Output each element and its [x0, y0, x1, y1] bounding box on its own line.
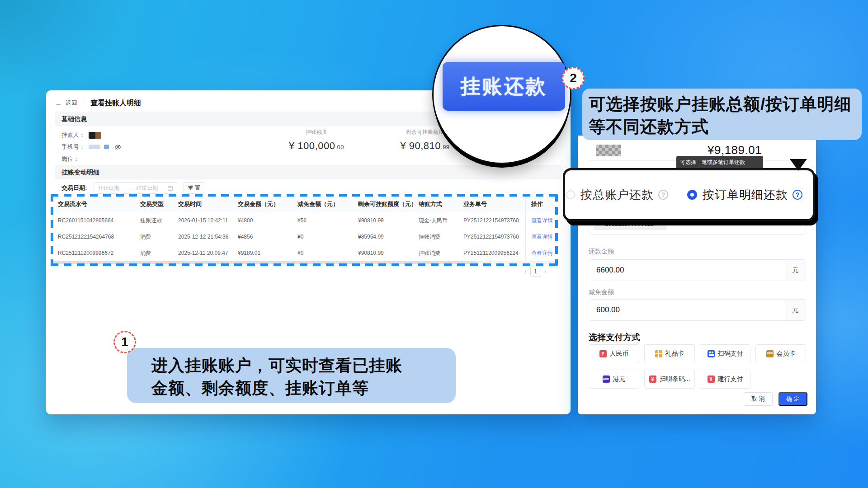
- start-date-placeholder[interactable]: 开始日期: [98, 184, 126, 192]
- step-2-badge: 2: [562, 67, 585, 89]
- cell-settle-method: 挂账消费: [419, 249, 463, 257]
- callout-2-line2: 等不同还款方式: [589, 116, 862, 138]
- credit-quota: 挂账额度 ¥ 100,000.00: [276, 128, 357, 152]
- date-filter: 交易日期: 开始日期 → 结束日期 重 置: [61, 182, 204, 194]
- col-header: 减免金额（元）: [297, 200, 358, 208]
- yuan-red-icon: ¥: [708, 375, 715, 383]
- yuan-red-icon: ¥: [649, 375, 656, 383]
- yuan-red-icon: ¥: [599, 350, 607, 357]
- table-row: RC2512122154264768 消费 2025-12-12 21:54:3…: [52, 229, 557, 245]
- cell-txn-type: 消费: [140, 233, 178, 241]
- payment-barcode-button[interactable]: ¥ 扫呗条码...: [644, 370, 695, 389]
- payment-ccb-button[interactable]: ¥ 建行支付: [700, 370, 750, 389]
- annotation-triangle-icon: [790, 159, 807, 171]
- radio-selected-icon[interactable]: [687, 190, 697, 200]
- cell-amount: ¥4856: [238, 234, 297, 240]
- cell-settle-method: 挂账消费: [419, 233, 463, 241]
- payment-membercard-button[interactable]: 会员卡: [755, 344, 806, 363]
- cell-txn-time: 2025-12-12 21:54:36: [178, 234, 238, 240]
- cell-txn-id: RC2512122154264768: [58, 234, 140, 240]
- table-header-row: 交易流水号 交易类型 交易时间 交易金额（元） 减免金额（元） 剩余可挂账额度（…: [52, 196, 557, 212]
- section-change-detail: 挂账变动明细: [55, 165, 561, 179]
- cell-txn-time: 2026-01-15 10:42:11: [178, 217, 238, 224]
- tag-close-icon[interactable]: ×: [660, 221, 663, 227]
- repay-amount-label: 还款金额: [589, 248, 614, 256]
- scrollbar-thumb[interactable]: [52, 261, 477, 264]
- cell-remaining: ¥85954.99: [358, 234, 419, 240]
- payment-row-2: HKD 港元 ¥ 扫呗条码... ¥ 建行支付: [589, 370, 750, 389]
- repay-amount-value[interactable]: 6600.00: [589, 266, 785, 275]
- credit-quota-value: ¥ 100,000.00: [276, 140, 357, 152]
- breadcrumb: ← 返回 查看挂账人明细: [55, 97, 141, 109]
- repay-amount-input[interactable]: 6600.00 元: [589, 259, 806, 281]
- cell-amount: ¥9189.01: [238, 250, 297, 256]
- cell-txn-type: 挂账还款: [140, 217, 178, 225]
- discount-amount-label: 减免金额: [589, 288, 614, 296]
- redacted-debtor-name: [89, 132, 101, 139]
- payment-method-title: 选择支付方式: [589, 332, 640, 343]
- col-header: 交易时间: [178, 200, 238, 208]
- view-detail-link[interactable]: 查看详情: [525, 212, 557, 229]
- divider: [84, 100, 84, 106]
- eye-off-icon[interactable]: [114, 144, 121, 150]
- discount-amount-input[interactable]: 600.00 元: [589, 299, 806, 321]
- repay-mode-detail[interactable]: 按订单明细还款 ?: [687, 187, 802, 203]
- debtor-field: 挂账人：: [61, 131, 101, 139]
- pagination: ‹ 1 ›: [524, 267, 547, 277]
- repay-mode-total-label[interactable]: 按总账户还款: [580, 187, 654, 203]
- payment-row-1: ¥ 人民币 礼品卡 扫码支付 会员卡: [589, 344, 806, 363]
- magnifier-circle: 挂账还款: [432, 25, 571, 164]
- back-arrow-icon[interactable]: ←: [55, 99, 62, 107]
- gift-orange-icon: [655, 350, 662, 357]
- range-arrow-icon: →: [128, 185, 133, 191]
- page-number[interactable]: 1: [530, 267, 541, 277]
- cell-discount: ¥0: [297, 234, 358, 240]
- discount-amount-value[interactable]: 600.00: [589, 305, 785, 314]
- end-date-placeholder[interactable]: 结束日期: [136, 184, 164, 192]
- cell-remaining: ¥90810.99: [358, 217, 419, 224]
- order-amount: ¥9,189.01: [708, 143, 762, 157]
- qr-blue-icon: [708, 350, 715, 357]
- view-detail-link[interactable]: 查看详情: [525, 229, 557, 245]
- cell-txn-time: 2025-12-11 20:09:47: [178, 250, 238, 256]
- position-field: 岗位：: [61, 155, 79, 163]
- card-gold-icon: [766, 350, 774, 357]
- help-icon[interactable]: ?: [793, 190, 802, 200]
- callout-2-line1: 可选择按账户挂账总额/按订单明细: [589, 93, 862, 116]
- redacted-phone-2: [104, 145, 109, 149]
- payment-rmb-button[interactable]: ¥ 人民币: [589, 344, 639, 363]
- calendar-icon[interactable]: [167, 185, 173, 191]
- repay-mode-detail-label[interactable]: 按订单明细还款: [703, 187, 788, 203]
- unit-suffix: 元: [785, 300, 806, 320]
- col-header: 剩余可挂账额度（元）: [358, 200, 419, 208]
- horizontal-scrollbar[interactable]: [52, 261, 557, 264]
- callout-1-line1: 进入挂账账户，可实时查看已挂账: [151, 354, 456, 377]
- redacted-phone: [89, 145, 100, 149]
- prev-page-icon[interactable]: ‹: [524, 268, 527, 275]
- help-icon[interactable]: ?: [658, 190, 668, 200]
- payment-giftcard-button[interactable]: 礼品卡: [644, 344, 695, 363]
- cancel-button[interactable]: 取 消: [744, 392, 773, 406]
- table-row: RC2512112009996672 消费 2025-12-11 20:09:4…: [52, 245, 557, 261]
- next-page-icon[interactable]: ›: [545, 268, 547, 275]
- back-link[interactable]: 返回: [66, 99, 77, 107]
- col-header: 交易类型: [140, 200, 178, 208]
- payment-scan-button[interactable]: 扫码支付: [700, 344, 750, 363]
- cell-biz-no: PY2512122154973760: [463, 234, 525, 240]
- payment-hkd-button[interactable]: HKD 港元: [589, 370, 639, 389]
- table-row: RC2601151042865664 挂账还款 2026-01-15 10:42…: [52, 212, 557, 229]
- cell-settle-method: 现金-人民币: [419, 217, 463, 225]
- reset-button[interactable]: 重 置: [184, 182, 204, 194]
- callout-2: 可选择按账户挂账总额/按订单明细 等不同还款方式: [582, 89, 862, 140]
- credit-quota-label: 挂账额度: [276, 128, 357, 136]
- radio-unselected-icon[interactable]: [566, 190, 575, 199]
- repay-tooltip: 可选择一笔或多笔订单还款: [676, 156, 763, 169]
- col-header: 交易流水号: [58, 200, 140, 208]
- repay-mode-total[interactable]: 按总账户还款 ?: [570, 187, 668, 203]
- view-detail-link[interactable]: 查看详情: [525, 245, 557, 261]
- cell-amount: ¥4800: [238, 217, 297, 224]
- cell-biz-no: PY2512112009956224: [463, 250, 525, 256]
- date-range-input[interactable]: 开始日期 → 结束日期: [94, 182, 177, 194]
- repay-on-account-button[interactable]: 挂账还款: [443, 62, 565, 111]
- confirm-button[interactable]: 确 定: [778, 392, 807, 406]
